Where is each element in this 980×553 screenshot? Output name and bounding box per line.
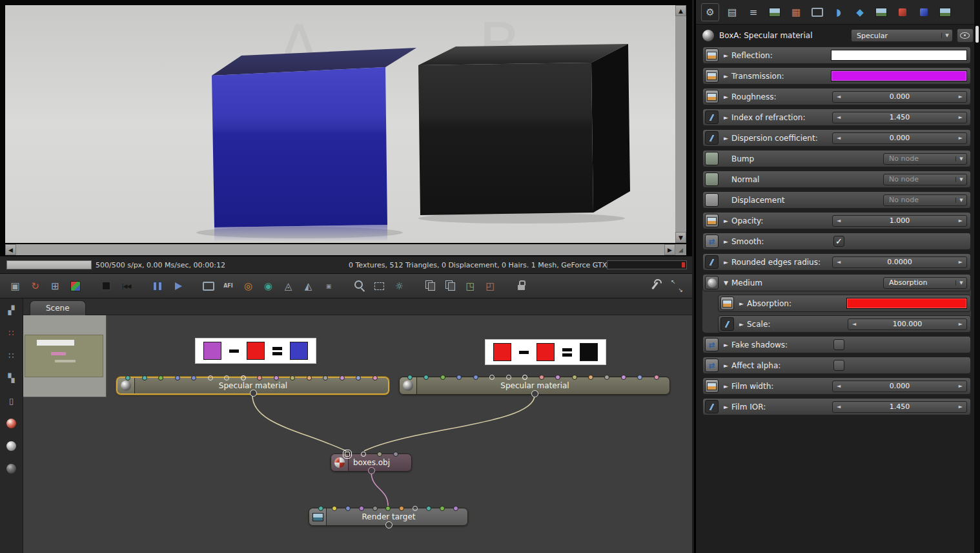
checkbox-fake-shadows[interactable] [833,339,844,350]
rgb-preview-icon[interactable] [66,277,84,295]
node-pin[interactable] [588,375,593,380]
node-pin[interactable] [345,506,351,511]
slider-roughness[interactable]: ◄0.000► [832,91,967,103]
node-pin[interactable] [440,506,445,511]
liquid-drop-icon[interactable]: ◆ [852,4,868,21]
increment-arrow-icon[interactable]: ► [959,135,963,141]
node-pin[interactable] [208,375,213,381]
image-viewer-icon[interactable] [766,4,783,21]
node-pin[interactable] [373,506,378,511]
tab-scene[interactable]: Scene [30,300,86,315]
decrement-arrow-icon[interactable]: ◄ [837,404,841,410]
node-pin[interactable] [424,375,429,380]
expander-icon[interactable]: ► [724,73,731,79]
save-film-icon[interactable]: ◰ [482,277,499,295]
slider-film-width[interactable]: ◄0.000► [832,381,967,392]
output-pin[interactable] [531,390,538,397]
environment-image-icon[interactable] [937,4,954,21]
dropdown-bump[interactable]: No node▼ [883,153,967,165]
node-pin[interactable] [572,375,577,380]
dropdown-normal[interactable]: No node▼ [883,174,967,185]
monitor-icon[interactable] [199,277,217,295]
restart-render-icon[interactable]: ↻ [26,277,44,295]
texture-image-icon[interactable] [873,4,890,21]
slider-dispersion-coefficient[interactable]: ◄0.000► [832,132,967,144]
node-pin[interactable] [377,452,382,457]
scroll-up-button[interactable]: ▲ [675,5,686,16]
node-mesh-boxes-obj[interactable]: boxes.obj [331,454,412,472]
node-specular-material-a[interactable]: Specular material [116,377,389,395]
expander-icon[interactable]: ► [724,94,731,100]
expander-icon[interactable]: ▼ [724,280,731,286]
decrement-arrow-icon[interactable]: ◄ [852,321,856,327]
node-pin[interactable] [637,375,642,380]
node-pin[interactable] [539,375,544,380]
fit-view-icon[interactable]: ⊞ [46,277,64,295]
node-pin[interactable] [125,375,130,381]
node-pin[interactable] [489,375,495,380]
node-pin[interactable] [453,506,458,511]
node-pin[interactable] [373,375,378,381]
focus-picker-icon[interactable]: ◎ [240,277,257,295]
expander-icon[interactable]: ► [724,259,731,266]
node-pin[interactable] [473,375,478,380]
dropdown-medium[interactable]: Absorption▼ [883,277,967,289]
node-pin[interactable] [440,375,445,380]
slider-scale[interactable]: ◄100.000► [848,318,967,330]
node-pin[interactable] [332,506,337,511]
preferences-wrench-icon[interactable] [648,277,666,295]
layer-stack-icon[interactable]: ▤ [724,4,740,21]
increment-arrow-icon[interactable]: ► [959,218,963,224]
node-pin[interactable] [191,375,196,381]
decrement-arrow-icon[interactable]: ◄ [837,259,841,265]
node-pin[interactable] [318,506,323,511]
decrement-arrow-icon[interactable]: ◄ [837,135,841,141]
node-pin[interactable] [175,375,180,381]
slider-opacity[interactable]: ◄1.000► [832,215,967,227]
checkbox-affect-alpha[interactable] [833,360,844,371]
expander-icon[interactable]: ► [724,362,731,369]
node-pin[interactable] [307,375,312,381]
node-graph-panel[interactable]: Scene ▞∷∷▚▯ Specular material [0,298,692,553]
expander-icon[interactable]: ► [739,321,747,328]
object-picker-icon[interactable]: ◭ [300,277,317,295]
scroll-left-button[interactable]: ◀ [5,244,16,255]
scroll-down-button[interactable]: ▼ [675,232,686,243]
node-pin[interactable] [393,452,398,457]
color-swatch-reflection[interactable] [831,50,967,61]
node-pin[interactable] [399,506,404,511]
expander-icon[interactable]: ► [724,342,731,348]
resume-render-icon[interactable] [168,277,186,295]
increment-arrow-icon[interactable]: ► [959,383,963,389]
expander-icon[interactable]: ► [724,238,731,245]
node-pin[interactable] [385,506,391,511]
expander-icon[interactable]: ► [724,52,731,59]
expander-icon[interactable]: ► [724,383,731,390]
node-specular-material-b[interactable]: Specular material [399,377,670,395]
batch-bucket-icon[interactable]: ◗ [830,4,847,21]
node-pin[interactable] [257,375,262,381]
increment-arrow-icon[interactable]: ► [959,321,963,327]
graph-editor-icon[interactable]: ▞ [4,302,19,318]
material-type-dropdown[interactable]: Specular ▼ [851,29,953,42]
node-pin[interactable] [407,375,413,380]
increment-arrow-icon[interactable]: ► [959,94,963,99]
expander-icon[interactable]: ► [724,404,731,410]
panel-scrollbar[interactable] [974,0,980,553]
decrement-arrow-icon[interactable]: ◄ [837,114,841,120]
material-picker-icon[interactable]: ◬ [280,277,297,295]
node-pin[interactable] [359,506,364,511]
scrollbar-thumb[interactable] [975,26,979,43]
geometry-red-icon[interactable] [894,4,911,21]
checker-icon[interactable]: ▚ [4,370,19,386]
lock-resolution-icon[interactable] [513,277,530,295]
node-pin[interactable] [323,375,328,381]
expander-icon[interactable]: ► [724,218,731,224]
output-pin[interactable] [368,467,375,474]
node-pin[interactable] [456,375,462,380]
white-balance-picker-icon[interactable]: ◉ [260,277,277,295]
save-render-icon[interactable]: ▣ [6,277,24,295]
dropdown-displacement[interactable]: No node▼ [883,194,967,206]
node-pin[interactable] [274,375,279,381]
material-ball-red-icon[interactable] [4,415,19,431]
